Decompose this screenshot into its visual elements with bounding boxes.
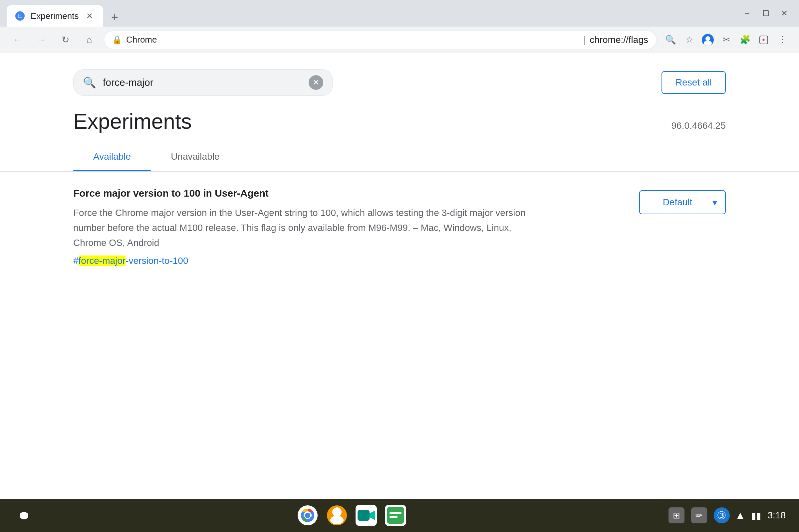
svg-rect-16	[357, 510, 370, 521]
profile-button[interactable]	[699, 31, 717, 49]
tab-favicon: E	[15, 11, 25, 21]
menu-button[interactable]: ⋮	[774, 31, 791, 49]
bookmark-button[interactable]: ☆	[681, 31, 698, 49]
taskbar: ⏺	[0, 499, 799, 532]
maximize-button[interactable]: ⧠	[758, 5, 774, 21]
taskbar-clock: 3:18	[768, 510, 786, 521]
address-separator: |	[583, 35, 586, 45]
reset-all-button[interactable]: Reset all	[662, 71, 726, 94]
svg-point-13	[332, 507, 341, 517]
security-icon: 🔒	[112, 35, 122, 44]
search-box: 🔍 ✕	[73, 69, 333, 96]
title-bar: E Experiments ✕ + − ⧠ ✕	[0, 0, 799, 26]
flag-text: Force major version to 100 in User-Agent…	[73, 188, 626, 266]
new-tab-button[interactable]: +	[106, 8, 124, 26]
flag-link-suffix: -version-to-100	[126, 255, 188, 266]
address-site-name: Chrome	[126, 35, 579, 45]
taskbar-system-icon-2[interactable]: ✏	[691, 507, 707, 524]
window-controls: − ⧠ ✕	[739, 5, 792, 21]
flag-row: Force major version to 100 in User-Agent…	[73, 188, 726, 266]
close-button[interactable]: ✕	[776, 5, 792, 21]
svg-point-11	[305, 513, 310, 518]
svg-text:E: E	[18, 13, 22, 19]
address-url: chrome://flags	[590, 35, 648, 45]
taskbar-center	[41, 505, 662, 526]
page-header: Experiments 96.0.4664.25	[0, 96, 799, 134]
taskbar-chrome-icon[interactable]	[297, 505, 318, 526]
taskbar-right: ⊞ ✏ ③ ▲ ▮▮ 3:18	[669, 507, 786, 524]
svg-point-4	[704, 41, 712, 46]
content-area: Force major version to 100 in User-Agent…	[0, 172, 799, 296]
search-button[interactable]: 🔍	[662, 31, 679, 49]
taskbar-meet-icon[interactable]	[356, 505, 377, 526]
puzzle-icon-btn[interactable]: 🧩	[737, 31, 754, 49]
toolbar: ← → ↻ ⌂ 🔒 Chrome | chrome://flags 🔍 ☆ ✂ …	[0, 26, 799, 53]
taskbar-status-icons: ③ ▲ ▮▮	[714, 507, 761, 524]
address-bar[interactable]: 🔒 Chrome | chrome://flags	[104, 31, 656, 49]
flag-link[interactable]: #force-major-version-to-100	[73, 255, 626, 266]
search-area: 🔍 ✕ Reset all	[0, 53, 799, 96]
svg-point-14	[330, 516, 343, 524]
taskbar-left: ⏺	[13, 505, 35, 526]
battery-icon: ▮▮	[751, 510, 761, 521]
tabs-container: Available Unavailable	[0, 142, 799, 172]
active-tab[interactable]: E Experiments ✕	[7, 5, 103, 26]
reload-button[interactable]: ↻	[56, 31, 75, 49]
flag-link-highlight: force-major	[78, 255, 126, 266]
flag-description: Force the Chrome major version in the Us…	[73, 206, 539, 250]
search-icon: 🔍	[83, 76, 96, 89]
taskbar-orange-icon[interactable]	[326, 505, 348, 526]
flag-title: Force major version to 100 in User-Agent	[73, 188, 626, 199]
tab-available[interactable]: Available	[73, 142, 151, 171]
flag-link-hash: #	[73, 255, 78, 266]
dropdown-label: Default	[648, 197, 707, 208]
forward-button[interactable]: →	[32, 31, 51, 49]
home-button[interactable]: ⌂	[80, 31, 98, 49]
svg-rect-21	[390, 516, 397, 518]
version-number: 96.0.4664.25	[671, 120, 726, 131]
svg-point-3	[705, 36, 710, 41]
dropdown-arrow-icon: ▾	[712, 197, 717, 208]
scissors-icon-btn[interactable]: ✂	[718, 31, 735, 49]
search-clear-button[interactable]: ✕	[309, 75, 323, 90]
taskbar-chat-icon[interactable]	[385, 505, 406, 526]
tab-close-button[interactable]: ✕	[84, 11, 95, 21]
taskbar-system-icon-1[interactable]: ⊞	[669, 507, 685, 524]
toolbar-actions: 🔍 ☆ ✂ 🧩 ⋮	[662, 31, 791, 49]
page-content: 🔍 ✕ Reset all Experiments 96.0.4664.25 A…	[0, 53, 799, 499]
search-input[interactable]	[103, 77, 302, 88]
flag-item: Force major version to 100 in User-Agent…	[73, 188, 726, 280]
taskbar-record-icon[interactable]: ⏺	[13, 505, 35, 526]
tab-title: Experiments	[31, 11, 79, 21]
svg-rect-20	[390, 512, 402, 514]
extension-icon-btn[interactable]	[755, 31, 773, 49]
tab-unavailable[interactable]: Unavailable	[151, 142, 239, 171]
svg-rect-19	[387, 507, 404, 524]
minimize-button[interactable]: −	[739, 5, 755, 21]
browser-frame: E Experiments ✕ + − ⧠ ✕ ← → ↻ ⌂ 🔒 Chrome…	[0, 0, 799, 532]
page-title: Experiments	[73, 109, 192, 134]
back-button[interactable]: ←	[8, 31, 26, 49]
flag-dropdown[interactable]: Default ▾	[639, 190, 726, 214]
battery-number-icon: ③	[714, 507, 730, 524]
tab-strip: E Experiments ✕ +	[7, 0, 739, 26]
wifi-icon: ▲	[735, 509, 746, 522]
